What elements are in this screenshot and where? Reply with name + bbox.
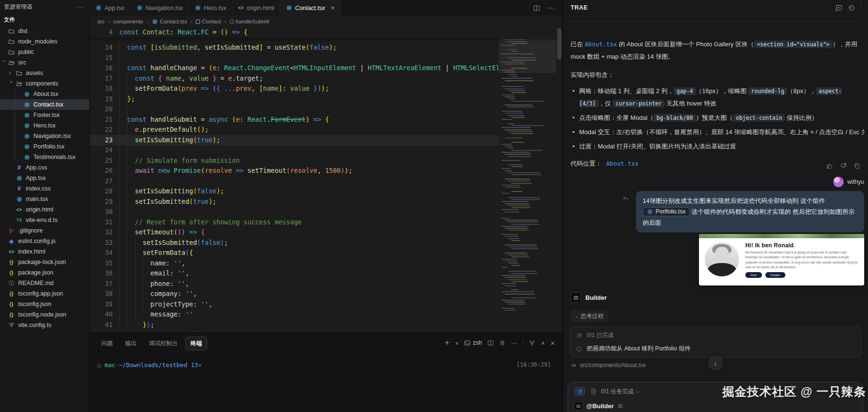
code-line[interactable]: 33 setIsSubmitted(false); bbox=[90, 238, 556, 248]
copy-icon[interactable] bbox=[854, 162, 860, 169]
file-tree-item[interactable]: ›components bbox=[0, 78, 89, 89]
code-line[interactable]: 18 setFormData(prev => ({ ...prev, [name… bbox=[90, 84, 556, 94]
agent-mention[interactable]: @Builder bbox=[586, 402, 614, 410]
file-tree-item[interactable]: ›src bbox=[0, 57, 89, 68]
code-location-link[interactable]: About.tsx bbox=[606, 160, 639, 167]
breadcrumb-item[interactable]: Contact bbox=[196, 19, 221, 24]
file-tree-item[interactable]: About.tsx bbox=[0, 89, 89, 99]
code-line[interactable]: 38 company: '', bbox=[90, 289, 556, 299]
code-line[interactable]: 35 name: '', bbox=[90, 258, 556, 269]
split-terminal-icon[interactable] bbox=[487, 340, 494, 346]
code-line[interactable]: 25 // Simulate form submission bbox=[90, 156, 556, 166]
working-file-row[interactable]: ∞ src/components/About.tsx bbox=[572, 361, 646, 369]
undo-to-message-icon[interactable] bbox=[622, 195, 629, 202]
panel-layout-icon[interactable] bbox=[529, 340, 535, 346]
chat-input-box[interactable]: 0/1 任务完成⌵ @Builder bbox=[568, 382, 863, 412]
file-tree-item[interactable]: .gitignore bbox=[0, 225, 89, 236]
code-line[interactable]: 15 bbox=[90, 53, 556, 63]
file-tree-item[interactable]: App.tsx bbox=[0, 173, 89, 183]
close-tab-icon[interactable]: × bbox=[331, 4, 335, 11]
file-tree-item[interactable]: Navigation.tsx bbox=[0, 131, 89, 141]
history-icon[interactable] bbox=[848, 4, 855, 11]
code-line[interactable]: 27 bbox=[90, 176, 556, 187]
file-tree-item[interactable]: ›assets bbox=[0, 68, 89, 78]
file-tree-item[interactable]: {}package-lock.json bbox=[0, 257, 89, 267]
minimap[interactable] bbox=[499, 27, 556, 331]
scroll-to-bottom-button[interactable]: ↓ bbox=[709, 356, 723, 370]
file-tree-item[interactable]: vite.config.ts bbox=[0, 320, 89, 330]
code-line[interactable]: 19 }; bbox=[90, 94, 556, 105]
code-editor[interactable]: 4const Contact: React.FC = () => { 14 co… bbox=[90, 27, 556, 331]
thumbs-up-icon[interactable] bbox=[826, 162, 833, 169]
file-reference-chip[interactable]: Portfolio.tsx bbox=[643, 207, 690, 216]
code-line[interactable]: 26 await new Promise(resolve => setTimeo… bbox=[90, 166, 556, 176]
new-chat-icon[interactable] bbox=[835, 4, 842, 11]
terminal-new-icon[interactable]: + bbox=[445, 338, 449, 347]
thinking-process-toggle[interactable]: › 思考过程 bbox=[571, 310, 608, 322]
thumbs-down-icon[interactable] bbox=[840, 162, 847, 169]
file-tree-item[interactable]: #App.css bbox=[0, 162, 89, 173]
terminal-tab[interactable]: 终端 bbox=[185, 337, 207, 350]
tasks-toggle-button[interactable] bbox=[574, 387, 585, 396]
trash-icon[interactable] bbox=[499, 340, 505, 346]
terminal-tab[interactable]: 问题 bbox=[96, 337, 117, 350]
file-tree-item[interactable]: dist bbox=[0, 26, 89, 36]
explorer-section-header[interactable]: 文件 bbox=[0, 13, 89, 26]
breadcrumb-item[interactable]: components bbox=[113, 19, 143, 24]
user-message-bubble[interactable]: 14张图分别改成文生图来实现然后把这些代码全部移动到 这个组件 Portfoli… bbox=[636, 191, 864, 232]
code-line[interactable]: 40 message: '' bbox=[90, 309, 556, 320]
file-tree-item[interactable]: Hero.tsx bbox=[0, 120, 89, 131]
file-tree-item[interactable]: Portfolio.tsx bbox=[0, 141, 89, 152]
attached-image[interactable]: Hi! Ik ben Ronald. Als freelance 3D visu… bbox=[699, 234, 864, 285]
breadcrumb-item[interactable]: src bbox=[97, 19, 105, 24]
code-line[interactable]: 16 const handleChange = (e: React.Change… bbox=[90, 63, 556, 74]
breadcrumb[interactable]: src›components›Contact.tsx›Contact›handl… bbox=[90, 16, 562, 27]
file-tree-item[interactable]: Testimonials.tsx bbox=[0, 152, 89, 162]
terminal-prompt[interactable]: ○ mac·~/Downloads/testbed 13» bbox=[97, 361, 201, 369]
code-line[interactable]: 20 bbox=[90, 104, 556, 115]
panel-maximize-icon[interactable]: ∧ bbox=[541, 340, 545, 346]
terminal-more-icon[interactable]: ⋯ bbox=[511, 339, 517, 347]
code-line[interactable]: 22 e.preventDefault(); bbox=[90, 125, 556, 135]
code-line[interactable]: 37 phone: '', bbox=[90, 279, 556, 289]
breadcrumb-item[interactable]: Contact.tsx bbox=[152, 19, 188, 25]
code-line[interactable]: 41 }); bbox=[90, 320, 556, 330]
code-line[interactable]: 30 bbox=[90, 207, 556, 217]
shell-chip[interactable]: zsh bbox=[464, 339, 482, 346]
code-line[interactable]: 17 const { name, value } = e.target; bbox=[90, 74, 556, 84]
file-tree-item[interactable]: TSvite-env.d.ts bbox=[0, 215, 89, 225]
file-tree-item[interactable]: {}tsconfig.app.json bbox=[0, 288, 89, 299]
todo-card[interactable]: 0/1 已完成 把画廊功能从 About 移到 Portfolio 组件 bbox=[570, 327, 861, 358]
file-link[interactable]: About.tsx bbox=[585, 41, 617, 48]
editor-tab[interactable]: Navigation.tsx bbox=[131, 0, 190, 16]
code-line[interactable]: 24 bbox=[90, 145, 556, 156]
file-tree-item[interactable]: {}package.json bbox=[0, 267, 89, 278]
file-tree-item[interactable]: main.tsx bbox=[0, 194, 89, 204]
editor-tab[interactable]: App.tsx bbox=[90, 0, 131, 16]
file-tree-item[interactable]: {}tsconfig.node.json bbox=[0, 309, 89, 320]
file-tree-item[interactable]: ⓘREADME.md bbox=[0, 278, 89, 288]
editor-more-icon[interactable]: ··· bbox=[547, 4, 556, 12]
code-line[interactable]: 34 setFormData({ bbox=[90, 248, 556, 258]
code-line[interactable]: 32 setTimeout(() => { bbox=[90, 227, 556, 238]
file-tree-item[interactable]: Contact.tsx bbox=[0, 99, 89, 110]
file-tree-item[interactable]: Footer.tsx bbox=[0, 110, 89, 120]
editor-tab[interactable]: <>origin.html bbox=[233, 0, 280, 16]
tasks-progress[interactable]: 0/1 任务完成⌵ bbox=[601, 388, 639, 396]
editor-tab[interactable]: Hero.tsx bbox=[189, 0, 233, 16]
code-line[interactable]: 21 const handleSubmit = async (e: React.… bbox=[90, 115, 556, 125]
code-line[interactable]: 39 projectType: '', bbox=[90, 299, 556, 310]
file-tree-item[interactable]: <>index.html bbox=[0, 246, 89, 257]
settings-sliders-icon[interactable] bbox=[617, 403, 624, 409]
breadcrumb-item[interactable]: handleSubmit bbox=[230, 19, 269, 24]
code-line[interactable]: 14 const [isSubmitted, setIsSubmitted] =… bbox=[90, 42, 556, 53]
file-tree-item[interactable]: ◉eslint.config.js bbox=[0, 236, 89, 246]
terminal-new-dropdown-icon[interactable]: ∨ bbox=[455, 340, 458, 346]
file-tree-item[interactable]: <>origin.html bbox=[0, 204, 89, 215]
code-line[interactable]: 36 email: '', bbox=[90, 268, 556, 279]
file-tree-item[interactable]: public bbox=[0, 47, 89, 57]
code-line[interactable]: 31 // Reset form after showing success m… bbox=[90, 217, 556, 228]
code-line[interactable]: 23 setIsSubmitting(true); bbox=[90, 135, 556, 146]
explorer-more-icon[interactable]: ··· bbox=[76, 3, 85, 11]
file-tree-item[interactable]: #index.css bbox=[0, 183, 89, 194]
